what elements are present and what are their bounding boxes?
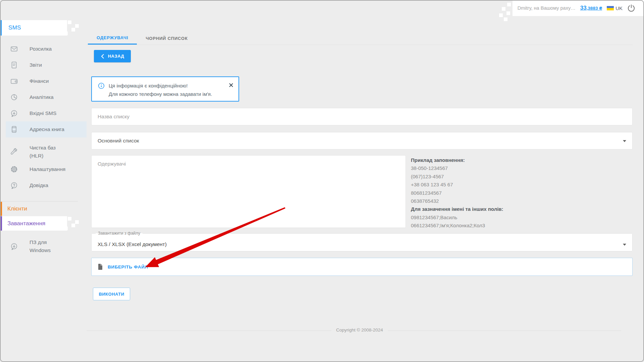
user-account-label: Dmitry, на Вашому раху… <box>518 5 576 11</box>
gear-icon <box>10 166 18 173</box>
example-phone: 80681234567 <box>411 189 503 197</box>
sidebar-section-clients[interactable]: Клієнти <box>0 202 87 216</box>
info-icon <box>98 82 105 89</box>
sidebar-item-analityka[interactable]: Аналітика <box>0 89 87 105</box>
incoming-sms-icon <box>10 110 18 117</box>
help-icon <box>10 182 18 189</box>
downloads-label: Завантаження <box>0 220 45 227</box>
language-code: UK <box>615 5 623 11</box>
pixel-decoration <box>64 32 68 35</box>
submit-button[interactable]: ВИКОНАТИ <box>93 288 130 300</box>
wrench-icon <box>10 148 18 156</box>
power-icon[interactable] <box>627 4 635 12</box>
sidebar-item-dovidka[interactable]: Довідка <box>0 177 87 193</box>
sidebar-item-label: Налаштування <box>30 165 65 173</box>
sidebar-item-nalashtuvannya[interactable]: Налаштування <box>0 161 87 177</box>
example-phone: +38 063 123 45 67 <box>411 181 503 189</box>
clients-accent-bar <box>0 202 2 216</box>
pixel-decoration <box>507 3 511 6</box>
list-name-input[interactable] <box>91 108 633 125</box>
balance-frac: ,3883 ₴ <box>587 6 602 11</box>
chevron-down-icon <box>623 140 626 142</box>
pixel-decoration <box>71 224 75 227</box>
sidebar-item-label: Аналітика <box>30 93 54 101</box>
examples-heading-names: Для зазначення імені та інших полів: <box>411 205 503 213</box>
sidebar-item-label: Адресна книга <box>30 125 64 133</box>
clients-label: Клієнти <box>0 205 27 212</box>
language-selector[interactable]: UK <box>607 5 623 11</box>
sidebar-section-downloads[interactable]: Завантаження <box>0 216 67 231</box>
sidebar-header-sms[interactable]: SMS <box>0 20 67 36</box>
example-named: 0661234567;Ім'я;Колонка2;Кол3 <box>411 222 503 230</box>
info-banner-line2: Для кожного телефону можна задавати ім'я… <box>109 90 228 98</box>
pixel-decoration <box>506 11 510 15</box>
example-named: 0981234567;Василь <box>411 214 503 222</box>
tabbar: ОДЕРЖУВАЧІ ЧОРНИЙ СПИСОК <box>87 32 633 45</box>
list-type-select[interactable]: Основний список <box>91 132 633 149</box>
back-button-label: НАЗАД <box>108 54 124 59</box>
sms-header-label: SMS <box>2 24 21 31</box>
upload-legend: Завантажити з файлу <box>96 231 143 236</box>
pixel-decoration <box>64 227 68 230</box>
pixel-decoration <box>75 24 79 28</box>
balance-int: 33 <box>580 5 587 11</box>
example-phone: 38-050-1234567 <box>411 164 503 172</box>
back-button[interactable]: НАЗАД <box>94 50 131 62</box>
sidebar-item-vhidni-sms[interactable]: Вхідні SMS <box>0 105 87 121</box>
info-banner: Ця інформація є конфіденційною! Для кожн… <box>91 76 239 102</box>
example-phone: (067)123-4567 <box>411 173 503 181</box>
sidebar-item-adresna-knyha[interactable]: Адресна книга <box>6 121 87 137</box>
sidebar-item-label: Вхідні SMS <box>30 109 56 117</box>
example-phone: 0638765432 <box>411 197 503 205</box>
pixel-decoration <box>75 220 79 224</box>
pixel-decoration <box>68 217 71 221</box>
envelope-icon <box>10 45 18 53</box>
wallet-icon <box>10 77 18 85</box>
chevron-left-icon <box>101 54 105 59</box>
downloads-accent-bar <box>0 216 2 231</box>
sidebar-item-rozsylka[interactable]: Розсилка <box>0 41 87 57</box>
report-icon <box>10 61 18 69</box>
sidebar-item-label: Фінанси <box>30 77 49 85</box>
sidebar-item-label: Розсилка <box>30 45 52 53</box>
recipients-textarea[interactable] <box>91 155 406 228</box>
close-icon[interactable] <box>228 82 234 88</box>
examples-heading: Приклад заповнення: <box>411 156 503 164</box>
sidebar-item-finansy[interactable]: Фінанси <box>0 73 87 89</box>
download-software-icon <box>10 243 18 250</box>
sidebar-item-chystka-baz[interactable]: Чистка баз (HLR) <box>0 141 87 162</box>
footer: Copyright © 2008-2024 <box>87 327 633 334</box>
choose-file-button[interactable]: ВИБЕРІТЬ ФАЙЛ <box>91 258 633 276</box>
sidebar-item-label: Звіти <box>30 61 42 69</box>
sidebar-item-label: Чистка баз (HLR) <box>30 144 56 160</box>
tab-blacklist[interactable]: ЧОРНИЙ СПИСОК <box>137 32 196 45</box>
sidebar-item-label: ПЗ для Windows <box>30 238 51 254</box>
pixel-decoration <box>504 17 507 21</box>
chevron-down-icon <box>623 244 626 246</box>
flag-ukraine-icon <box>607 6 614 10</box>
pixel-decoration <box>502 7 505 11</box>
file-format-select[interactable]: XLS / XLSX (Excel документ) <box>92 238 632 251</box>
pixel-decoration <box>68 20 71 24</box>
pixel-decoration <box>71 28 75 32</box>
file-icon <box>98 263 103 270</box>
address-book-icon <box>10 126 18 133</box>
sidebar-item-pz-windows[interactable]: ПЗ для Windows <box>0 236 87 257</box>
sidebar-divider <box>0 201 78 201</box>
sidebar-item-zvity[interactable]: Звіти <box>0 57 87 73</box>
tab-recipients[interactable]: ОДЕРЖУВАЧІ <box>88 32 137 45</box>
topbar-user-block: Dmitry, на Вашому раху… 33,3883 ₴ UK <box>513 0 644 16</box>
list-type-value: Основний список <box>98 138 139 144</box>
sidebar-item-label: Довідка <box>30 181 48 189</box>
fill-examples: Приклад заповнення: 38-050-1234567 (067)… <box>411 156 503 230</box>
pixel-decoration <box>499 13 503 17</box>
upload-from-file-group: Завантажити з файлу XLS / XLSX (Excel до… <box>91 231 633 251</box>
analytics-icon <box>10 94 18 101</box>
copyright-text: Copyright © 2008-2024 <box>331 327 388 333</box>
balance-link[interactable]: 33,3883 ₴ <box>580 5 602 11</box>
file-format-value: XLS / XLSX (Excel документ) <box>98 241 167 247</box>
info-banner-line1: Ця інформація є конфіденційною! <box>109 81 228 90</box>
choose-file-label: ВИБЕРІТЬ ФАЙЛ <box>108 264 148 269</box>
